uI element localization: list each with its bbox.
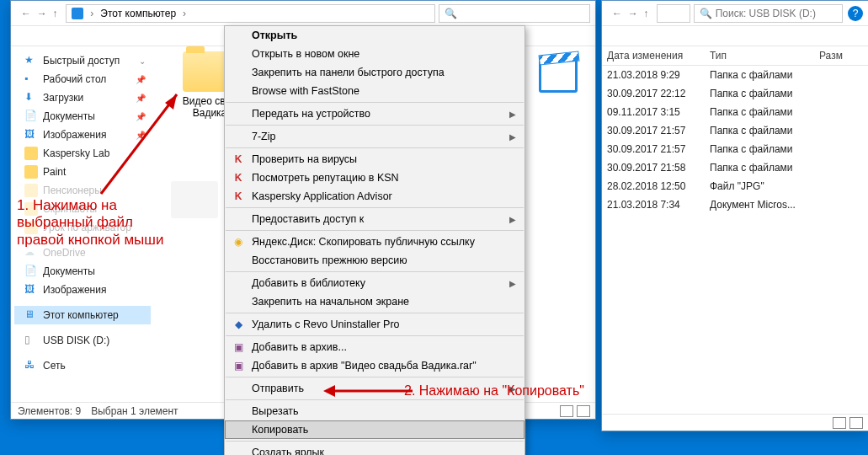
pc-icon xyxy=(72,8,83,19)
toolbar xyxy=(602,26,868,46)
ctx-yandex-disk[interactable]: ◉Яндекс.Диск: Скопировать публичную ссыл… xyxy=(225,233,525,251)
explorer-window-right: ← → ↑ 🔍 Поиск: USB DISK (D:) ? Дата изме… xyxy=(601,0,868,431)
svg-marker-1 xyxy=(323,385,335,397)
ctx-faststone[interactable]: Browse with FastStone xyxy=(225,82,525,100)
desktop-icon: ▪ xyxy=(24,72,38,86)
document-icon: 📄 xyxy=(24,110,38,123)
details-view-icon[interactable] xyxy=(833,417,846,429)
ctx-7zip[interactable]: 7-Zip▶ xyxy=(225,127,525,146)
details-view-icon[interactable] xyxy=(560,405,573,417)
rar-icon: ▣ xyxy=(232,340,245,354)
star-icon: ★ xyxy=(24,54,38,67)
ctx-add-archive-named[interactable]: ▣Добавить в архив "Видео свадьба Вадика.… xyxy=(225,356,525,375)
annotation-step1: 1. Нажимаю на выбранный файл правой кноп… xyxy=(17,197,163,249)
nav-buttons[interactable]: ← → ↑ xyxy=(607,8,653,19)
search-input[interactable]: 🔍 Поиск: USB DISK (D:) xyxy=(694,4,843,23)
video-file-icon[interactable] xyxy=(539,59,586,106)
status-count: Элементов: 9 xyxy=(18,405,81,417)
ctx-copy[interactable]: Копировать xyxy=(225,420,525,439)
rar-icon: ▣ xyxy=(232,359,245,372)
sidebar-docs2[interactable]: 📄Документы xyxy=(14,262,151,281)
ctx-cut[interactable]: Вырезать xyxy=(225,402,525,420)
file-list[interactable]: Дата изменения Тип Разм 21.03.2018 9:29П… xyxy=(602,46,868,414)
table-row[interactable]: 21.03.2018 9:29Папка с файлами xyxy=(602,66,868,84)
sidebar-quick-access[interactable]: ★Быстрый доступ⌄ xyxy=(14,51,151,70)
ctx-create-shortcut[interactable]: Создать ярлык xyxy=(225,443,525,455)
kaspersky-icon: K xyxy=(232,171,245,185)
nav-buttons[interactable]: ← → ↑ xyxy=(16,8,62,19)
image-icon: 🖼 xyxy=(24,283,38,297)
icons-view-icon[interactable] xyxy=(577,405,590,417)
table-row[interactable]: 30.09.2017 21:57Папка с файлами xyxy=(602,121,868,140)
sidebar-this-pc[interactable]: 🖥Этот компьютер xyxy=(14,306,151,324)
status-bar xyxy=(602,414,868,431)
column-headers[interactable]: Дата изменения Тип Разм xyxy=(602,46,868,66)
ctx-open[interactable]: Открыть xyxy=(225,26,525,45)
folder-icon xyxy=(24,147,38,160)
table-row[interactable]: 09.11.2017 3:15Папка с файлами xyxy=(602,103,868,121)
view-switcher[interactable] xyxy=(833,417,863,429)
image-icon: 🖼 xyxy=(24,128,38,142)
ctx-restore-version[interactable]: Восстановить прежнюю версию xyxy=(225,251,525,270)
ctx-share-access[interactable]: Предоставить доступ к▶ xyxy=(225,210,525,228)
table-row[interactable]: 30.09.2017 21:58Папка с файлами xyxy=(602,158,868,177)
search-input[interactable]: 🔍 xyxy=(439,4,590,23)
table-row[interactable]: 30.09.2017 22:12Папка с файлами xyxy=(602,84,868,103)
breadcrumb[interactable] xyxy=(657,4,690,23)
pc-icon: 🖥 xyxy=(24,308,38,322)
kaspersky-icon: K xyxy=(232,190,245,203)
ctx-kaspersky-advisor[interactable]: KKaspersky Application Advisor xyxy=(225,187,525,206)
icons-view-icon[interactable] xyxy=(849,417,863,429)
col-date[interactable]: Дата изменения xyxy=(602,46,705,65)
col-type[interactable]: Тип xyxy=(705,46,814,65)
ctx-revo-uninstall[interactable]: ◆Удалить с Revo Uninstaller Pro xyxy=(225,315,525,334)
ctx-add-archive[interactable]: ▣Добавить в архив... xyxy=(225,338,525,356)
address-bar-right: ← → ↑ 🔍 Поиск: USB DISK (D:) ? xyxy=(602,1,868,26)
ctx-scan-virus[interactable]: KПроверить на вирусы xyxy=(225,150,525,169)
ctx-ksn[interactable]: KПосмотреть репутацию в KSN xyxy=(225,169,525,187)
annotation-step2: 2. Нажимаю на "Копировать" xyxy=(404,383,584,399)
breadcrumb-item[interactable]: Этот компьютер xyxy=(100,8,176,19)
chevron-right-icon: ▶ xyxy=(509,132,516,142)
ctx-cast-device[interactable]: Передать на устройство▶ xyxy=(225,104,525,123)
revo-icon: ◆ xyxy=(232,318,245,331)
view-switcher[interactable] xyxy=(560,405,590,417)
chevron-right-icon: ▶ xyxy=(509,110,516,119)
sidebar-pics2[interactable]: 🖼Изображения xyxy=(14,281,151,299)
search-icon: 🔍 xyxy=(700,8,712,19)
ctx-pin-quick[interactable]: Закрепить на панели быстрого доступа xyxy=(225,63,525,82)
annotation-arrow-1 xyxy=(93,84,227,211)
breadcrumb[interactable]: Этот компьютер xyxy=(66,4,435,23)
yandex-disk-icon: ◉ xyxy=(232,235,245,249)
sidebar-usb[interactable]: ▯USB DISK (D:) xyxy=(14,331,151,350)
download-icon: ⬇ xyxy=(24,91,38,104)
chevron-right-icon: ▶ xyxy=(509,215,516,224)
ctx-pin-start[interactable]: Закрепить на начальном экране xyxy=(225,292,525,311)
folder-icon xyxy=(24,165,38,179)
ctx-add-library[interactable]: Добавить в библиотеку▶ xyxy=(225,274,525,292)
table-row[interactable]: 30.09.2017 21:57Папка с файлами xyxy=(602,140,868,158)
chevron-right-icon: ▶ xyxy=(509,279,516,288)
table-row[interactable]: 28.02.2018 12:50Файл "JPG" xyxy=(602,177,868,195)
network-icon: 🖧 xyxy=(24,359,38,372)
ctx-open-new-window[interactable]: Открыть в новом окне xyxy=(225,45,525,63)
address-bar: ← → ↑ Этот компьютер 🔍 xyxy=(11,1,595,26)
status-selected: Выбран 1 элемент xyxy=(91,405,178,417)
table-row[interactable]: 21.03.2018 7:34Документ Micros... xyxy=(602,195,868,214)
kaspersky-icon: K xyxy=(232,153,245,166)
document-icon: 📄 xyxy=(24,265,38,278)
sidebar-network[interactable]: 🖧Сеть xyxy=(14,356,151,375)
pin-icon: 📌 xyxy=(136,75,146,84)
help-icon[interactable]: ? xyxy=(848,6,863,21)
usb-icon: ▯ xyxy=(24,334,38,347)
col-size[interactable]: Разм xyxy=(814,46,868,65)
